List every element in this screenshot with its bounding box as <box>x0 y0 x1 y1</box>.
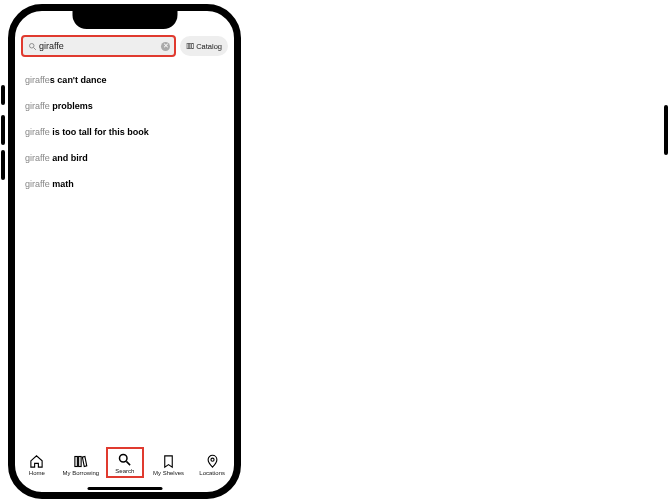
nav-borrowing[interactable]: My Borrowing <box>61 451 100 478</box>
svg-rect-2 <box>187 43 189 48</box>
nav-label: Home <box>29 470 45 476</box>
suggestion-item[interactable]: giraffe problems <box>25 93 224 119</box>
nav-locations[interactable]: Locations <box>193 451 231 478</box>
suggestion-prefix: giraffe <box>25 101 50 111</box>
home-indicator <box>87 487 162 490</box>
svg-point-0 <box>29 43 34 48</box>
catalog-icon <box>186 42 194 50</box>
svg-point-7 <box>120 454 128 462</box>
nav-label: Locations <box>199 470 225 476</box>
suggestion-prefix: giraffe <box>25 153 50 163</box>
suggestion-completion: s can't dance <box>50 75 107 85</box>
nav-label: My Shelves <box>153 470 184 476</box>
suggestion-item[interactable]: giraffes can't dance <box>25 67 224 93</box>
svg-rect-4 <box>192 43 194 48</box>
phone-frame: ✕ Catalog giraffes can't dance giraffe p… <box>8 4 241 499</box>
svg-rect-5 <box>75 456 78 466</box>
suggestion-completion: problems <box>50 101 93 111</box>
catalog-button[interactable]: Catalog <box>180 36 228 56</box>
svg-rect-3 <box>189 43 191 48</box>
suggestion-item[interactable]: giraffe and bird <box>25 145 224 171</box>
bottom-nav: Home My Borrowing Search My Shelves <box>15 443 234 492</box>
suggestion-item[interactable]: giraffe math <box>25 171 224 197</box>
suggestion-completion: and bird <box>50 153 88 163</box>
nav-search-highlight[interactable]: Search <box>106 447 144 478</box>
search-icon <box>27 41 37 51</box>
bookmark-icon <box>160 453 176 469</box>
svg-rect-6 <box>79 456 82 466</box>
nav-shelves[interactable]: My Shelves <box>149 451 187 478</box>
suggestion-prefix: giraffe <box>25 127 50 137</box>
pin-icon <box>204 453 220 469</box>
suggestion-completion: math <box>50 179 74 189</box>
search-icon <box>117 451 133 467</box>
catalog-label: Catalog <box>196 42 222 51</box>
search-field-highlight[interactable]: ✕ <box>21 35 176 57</box>
app-screen: ✕ Catalog giraffes can't dance giraffe p… <box>15 11 234 492</box>
suggestion-item[interactable]: giraffe is too tall for this book <box>25 119 224 145</box>
phone-notch <box>72 11 177 29</box>
books-icon <box>73 453 89 469</box>
svg-line-8 <box>127 461 131 465</box>
suggestion-prefix: giraffe <box>25 75 50 85</box>
suggestions-list: giraffes can't dance giraffe problems gi… <box>15 63 234 443</box>
search-input[interactable] <box>39 41 161 51</box>
svg-line-1 <box>33 47 35 49</box>
clear-search-icon[interactable]: ✕ <box>161 42 170 51</box>
nav-label: Search <box>115 468 134 474</box>
svg-point-9 <box>211 458 214 461</box>
suggestion-completion: is too tall for this book <box>50 127 149 137</box>
nav-home[interactable]: Home <box>18 451 56 478</box>
nav-label: My Borrowing <box>62 470 99 476</box>
suggestion-prefix: giraffe <box>25 179 50 189</box>
home-icon <box>29 453 45 469</box>
